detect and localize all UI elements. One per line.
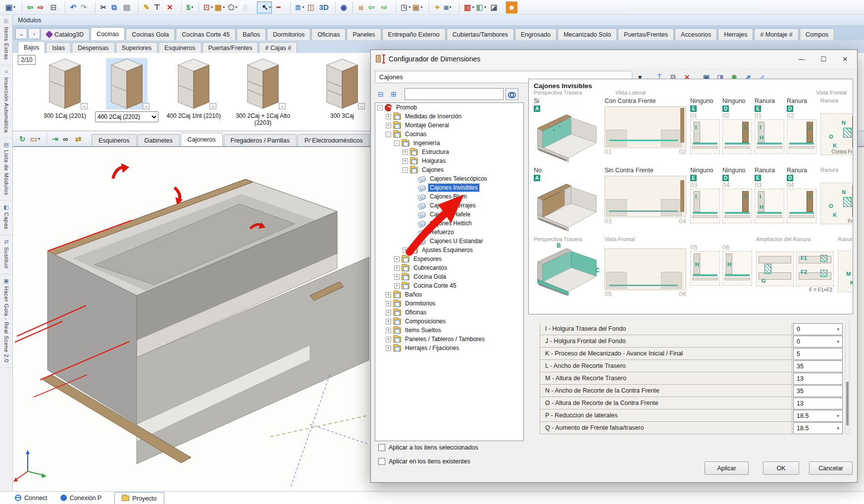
tree-expand-toggle[interactable]: + xyxy=(386,337,391,342)
tree-item[interactable]: Cajones Telescópicos xyxy=(375,174,523,183)
toolbar-icon[interactable]: ⧈ xyxy=(353,1,364,13)
toolbar-icon[interactable]: $ xyxy=(181,1,193,13)
toolbar-icon[interactable]: ✂ xyxy=(95,1,107,13)
toolbar-icon[interactable]: ▦ xyxy=(214,1,226,13)
insert-toolbar-icon[interactable]: ↻ xyxy=(16,133,28,145)
tree-item[interactable]: - Cocinas xyxy=(375,130,523,139)
dialog-titlebar[interactable]: Configurador de Dimensiones — ☐ ✕ xyxy=(371,50,857,68)
module-thumbnail-image[interactable]: ⌄ xyxy=(44,58,86,109)
toolbar-icon[interactable]: ◉ xyxy=(335,1,347,13)
module-thumbnail[interactable]: ⌄ 300 1Caj (2201) 300 1Caj (2201) xyxy=(33,58,97,119)
toolbar-icon[interactable]: ☻ xyxy=(506,1,518,13)
tree-item[interactable]: + Holguras xyxy=(375,156,523,165)
catalog-tab[interactable]: Cocinas Gola xyxy=(126,28,175,40)
tree-item[interactable]: + Ajustes Esquineros xyxy=(375,246,523,254)
tree-search-input[interactable] xyxy=(405,88,504,100)
insert-toolbar-icon[interactable]: ▭ xyxy=(29,133,41,145)
catalog-tab[interactable]: Mecanizado Solo xyxy=(558,28,617,40)
ok-button[interactable]: OK xyxy=(763,461,799,475)
catalog-tab[interactable]: Cocinas Corte 45 xyxy=(176,28,236,40)
statusbar-item[interactable]: Connect xyxy=(15,492,48,504)
tree-item[interactable]: + Cocina Corte 45 xyxy=(375,281,523,290)
catalog-tab[interactable]: Paneles xyxy=(347,28,381,40)
tree-expand-toggle[interactable]: + xyxy=(386,328,391,333)
toolbar-icon[interactable]: ✕ xyxy=(164,1,176,13)
toolbar-icon[interactable]: ⬠ xyxy=(227,1,239,13)
thumbnail-expand-chevron-icon[interactable]: ⌄ xyxy=(358,103,365,109)
category-tab[interactable]: Puertas/Frentes xyxy=(203,42,258,53)
tree-item[interactable]: Refuerzo xyxy=(375,228,523,237)
tree-item[interactable]: + Espesores xyxy=(375,254,523,263)
tree-item[interactable]: + Cubrecantos xyxy=(375,263,523,272)
tree-item[interactable]: + Composiciones xyxy=(375,317,523,326)
tree-expand-toggle[interactable]: - xyxy=(377,105,383,110)
thumbnail-expand-chevron-icon[interactable]: ⌄ xyxy=(143,103,150,109)
toolbar-icon[interactable]: ↷ xyxy=(78,1,90,13)
catalog-tab[interactable]: Cocinas xyxy=(91,27,125,40)
tabs-scroll-left-button[interactable]: ‹ xyxy=(28,28,40,39)
minimize-button[interactable]: — xyxy=(791,50,813,67)
toolbar-icon[interactable]: ◳ xyxy=(396,1,410,13)
configuration-tree[interactable]: - Promob + Medidas de Inserción + Montaj… xyxy=(375,102,524,441)
thumbnail-expand-chevron-icon[interactable]: ⌄ xyxy=(279,103,286,109)
toolbar-icon[interactable]: ▤ xyxy=(121,1,133,13)
catalog-tab[interactable]: Accesorios xyxy=(675,28,717,40)
toolbar-icon[interactable]: ⧉ xyxy=(108,1,120,13)
thumbnail-expand-chevron-icon[interactable]: ⌄ xyxy=(209,103,216,109)
category-tab[interactable]: Superiores xyxy=(116,42,157,53)
thumbnail-expand-chevron-icon[interactable]: ⌄ xyxy=(81,103,88,109)
toolbar-icon[interactable]: ▣ xyxy=(4,1,16,13)
toolbar-icon[interactable]: ⇦ xyxy=(22,1,34,13)
parameter-value-field[interactable]: 5 ▾ xyxy=(793,348,843,360)
category-tab[interactable]: Esquineros xyxy=(158,42,202,53)
sidebar-vertical-tab[interactable]: ▣ Hacer Gola - Real Scene 2.0 xyxy=(0,274,12,368)
toolbar-icon[interactable]: ✎ xyxy=(138,1,150,13)
expand-all-icon[interactable]: ⊞ xyxy=(388,88,400,100)
catalog-tab[interactable]: Entrepaño Externo xyxy=(382,28,446,40)
tree-item[interactable]: + Items Sueltos xyxy=(375,326,523,335)
module-variant-select[interactable]: 400 2Caj (2202) xyxy=(95,111,158,122)
toolbar-icon[interactable]: ⊤ xyxy=(151,1,163,13)
sidebar-vertical-tab[interactable]: ⌗ Inserción Automática xyxy=(0,65,12,138)
tree-item[interactable]: + Herrajes / Fijaciones xyxy=(375,344,523,353)
sidebar-vertical-tab[interactable]: ◧ Capas xyxy=(0,201,12,235)
tree-item[interactable]: Cajones Invisibles xyxy=(375,183,523,192)
insert-toolbar-icon[interactable]: ∞ xyxy=(59,133,71,145)
tree-item[interactable]: - Promob xyxy=(375,103,523,112)
tree-item[interactable]: Cajones Hettich xyxy=(375,219,523,228)
toolbar-icon[interactable]: ▣ xyxy=(411,1,423,13)
apply-existing-items-checkbox[interactable] xyxy=(378,458,385,465)
toolbar-icon[interactable]: ≣ xyxy=(290,1,305,13)
catalog-tab[interactable]: Catalog3D xyxy=(41,28,90,40)
tree-expand-toggle[interactable]: + xyxy=(403,158,408,164)
tree-item[interactable]: Cajones Cerrajes xyxy=(375,201,523,210)
catalog-tab[interactable]: Cubiertas/Tambores xyxy=(447,28,514,40)
toolbar-icon[interactable]: ⇦ xyxy=(365,1,377,13)
parameter-value-field[interactable]: 35 ▾ xyxy=(793,360,843,372)
module-thumbnail[interactable]: ⌄ 400 2Caj 1Int (2210) 400 2Caj 1Int (22… xyxy=(161,58,226,119)
parameter-value-field[interactable]: 13 ▾ xyxy=(793,373,843,385)
cancelar-button[interactable]: Cancelar xyxy=(809,461,853,475)
tree-expand-toggle[interactable]: + xyxy=(403,150,408,155)
category-tab[interactable]: Bajos xyxy=(18,41,45,53)
find-button[interactable] xyxy=(506,88,518,100)
module-thumbnail-image[interactable]: ⌄ xyxy=(242,58,284,109)
parameter-value-field[interactable]: 13 ▾ xyxy=(793,398,843,409)
parameter-value-field[interactable]: 18.5 ▾ xyxy=(793,422,843,434)
tree-expand-toggle[interactable]: + xyxy=(394,274,400,280)
catalog-tab[interactable]: Herrajes xyxy=(718,28,753,40)
toolbar-icon[interactable]: ◫ xyxy=(305,1,317,13)
parameter-value-field[interactable]: 35 ▾ xyxy=(793,385,843,397)
tree-expand-toggle[interactable]: + xyxy=(386,310,391,315)
tree-item[interactable]: Cajones U Estandar xyxy=(375,237,523,246)
tree-item[interactable]: + Dormitorios xyxy=(375,299,523,308)
module-thumbnail[interactable]: ⌄ 400 2Caj (2202) 400 2Caj (2202) xyxy=(95,58,159,122)
insert-toolbar-icon[interactable]: ⇄ xyxy=(72,133,84,145)
tree-expand-toggle[interactable]: + xyxy=(394,265,400,271)
catalog-tab[interactable]: Puertas/Frentes xyxy=(618,28,674,40)
statusbar-item[interactable]: Conexión P xyxy=(60,492,102,504)
catalog-tab[interactable]: Oficinas xyxy=(311,28,346,40)
module-group-tab[interactable]: Gabinetes xyxy=(138,134,180,146)
sidebar-vertical-tab[interactable]: ⎘ Items Extras xyxy=(0,15,12,65)
parameter-value-field[interactable]: 0 ▾ xyxy=(793,336,843,348)
